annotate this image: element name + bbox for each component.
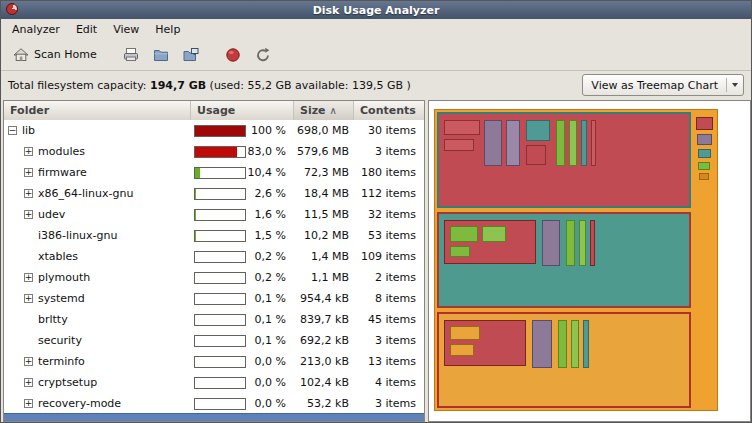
menu-help[interactable]: Help [147, 20, 188, 39]
table-row[interactable]: security0,1 %692,2 kB3 items [4, 330, 424, 351]
contents-value: 3 items [354, 145, 424, 158]
usage-bar [194, 251, 246, 263]
treemap-rect[interactable] [571, 320, 579, 368]
size-value: 18,4 MB [294, 187, 354, 200]
treemap-rect[interactable] [542, 220, 560, 266]
column-header-usage[interactable]: Usage [191, 101, 294, 120]
usage-percent: 0,1 % [246, 334, 294, 347]
treemap-rect[interactable] [699, 173, 709, 180]
column-header-contents[interactable]: Contents [354, 101, 424, 120]
size-value: 1,4 MB [294, 250, 354, 263]
menu-analyzer[interactable]: Analyzer [4, 20, 68, 39]
table-row[interactable]: +cryptsetup0,0 %102,4 kB4 items [4, 372, 424, 393]
treemap-rect[interactable] [526, 120, 550, 141]
table-row[interactable]: +modules83,0 %579,6 MB3 items [4, 141, 424, 162]
view-selector[interactable]: View as Treemap Chart [582, 74, 744, 96]
expander-spacer [24, 252, 38, 261]
usage-percent: 0,1 % [246, 292, 294, 305]
treemap-rect[interactable] [450, 326, 480, 340]
expand-expander-icon[interactable]: + [24, 378, 33, 387]
combo-separator [726, 78, 727, 92]
table-row[interactable]: +x86_64-linux-gnu2,6 %18,4 MB112 items [4, 183, 424, 204]
table-row[interactable]: i386-linux-gnu1,5 %10,2 MB53 items [4, 225, 424, 246]
folder-name: brltty [38, 313, 68, 326]
expand-expander-icon[interactable]: + [24, 189, 33, 198]
folder-name: cryptsetup [38, 376, 97, 389]
treemap-rect[interactable] [698, 162, 710, 170]
table-row[interactable]: brltty0,1 %839,7 kB45 items [4, 309, 424, 330]
expand-expander-icon[interactable]: + [24, 273, 33, 282]
view-selector-value: View as Treemap Chart [591, 79, 718, 92]
treemap-rect[interactable] [697, 134, 712, 145]
treemap-rect[interactable] [579, 220, 586, 266]
treemap-rect[interactable] [450, 344, 474, 356]
table-row[interactable]: +plymouth0,2 %1,1 MB2 items [4, 267, 424, 288]
table-row[interactable]: xtables0,2 %1,4 MB109 items [4, 246, 424, 267]
treemap-rect[interactable] [444, 120, 480, 135]
treemap-rect[interactable] [590, 220, 595, 266]
treemap-rect[interactable] [450, 246, 470, 257]
table-row[interactable]: +systemd0,1 %954,4 kB8 items [4, 288, 424, 309]
partially-visible-selected-row[interactable] [4, 413, 424, 421]
expand-expander-icon[interactable]: + [24, 147, 33, 156]
contents-value: 8 items [354, 292, 424, 305]
expand-expander-icon[interactable]: + [24, 357, 33, 366]
expand-expander-icon[interactable]: + [24, 210, 33, 219]
table-row[interactable]: +terminfo0,0 %213,0 kB13 items [4, 351, 424, 372]
usage-percent: 83,0 % [246, 145, 294, 158]
treemap-rect[interactable] [482, 226, 506, 242]
treemap-rect[interactable] [526, 145, 546, 165]
treemap-rect[interactable] [581, 120, 587, 166]
usage-bar [194, 314, 246, 326]
refresh-button[interactable] [248, 43, 278, 67]
expand-expander-icon[interactable]: + [24, 294, 33, 303]
table-row[interactable]: +recovery-mode0,0 %53,2 kB3 items [4, 393, 424, 413]
column-header-size[interactable]: Size ∧ [294, 101, 354, 120]
size-value: 692,2 kB [294, 334, 354, 347]
collapse-expander-icon[interactable]: − [8, 126, 17, 135]
usage-percent: 2,6 % [246, 187, 294, 200]
expand-expander-icon[interactable]: + [24, 399, 33, 408]
treemap-rect[interactable] [558, 320, 567, 368]
usage-percent: 0,0 % [246, 376, 294, 389]
folder-name: plymouth [38, 271, 90, 284]
treemap-rect[interactable] [444, 139, 474, 151]
treemap-rect[interactable] [532, 320, 552, 368]
column-header-folder[interactable]: Folder [4, 101, 191, 120]
usage-bar [194, 293, 246, 305]
contents-value: 3 items [354, 334, 424, 347]
expander-spacer [24, 315, 38, 324]
treemap-rect[interactable] [696, 117, 713, 130]
stop-button[interactable] [218, 43, 248, 67]
treemap-rect[interactable] [569, 120, 577, 166]
size-value: 579,6 MB [294, 145, 354, 158]
menu-edit[interactable]: Edit [68, 20, 105, 39]
table-row[interactable]: +udev1,6 %11,5 MB32 items [4, 204, 424, 225]
folder-name: firmware [38, 166, 87, 179]
treemap-rect[interactable] [583, 320, 589, 368]
remote-folder-icon [183, 47, 199, 63]
titlebar[interactable]: Disk Usage Analyzer [1, 1, 751, 19]
scan-home-label: Scan Home [34, 48, 97, 61]
scan-home-button[interactable]: Scan Home [6, 43, 104, 67]
menu-view[interactable]: View [105, 20, 147, 39]
usage-percent: 0,0 % [246, 355, 294, 368]
size-value: 1,1 MB [294, 271, 354, 284]
treemap-rect[interactable] [556, 120, 565, 166]
usage-percent: 0,1 % [246, 313, 294, 326]
treemap-rect[interactable] [591, 120, 596, 166]
treemap-rect[interactable] [484, 120, 502, 166]
treemap-rect[interactable] [698, 149, 711, 158]
table-row[interactable]: +firmware10,4 %72,3 MB180 items [4, 162, 424, 183]
scan-folder-button[interactable] [146, 43, 176, 67]
treemap-rect[interactable] [566, 220, 575, 266]
treemap-rect[interactable] [450, 226, 478, 242]
treemap-rect[interactable] [506, 120, 520, 166]
capacity-summary: Total filesystem capacity: 194,7 GB (use… [8, 79, 411, 92]
usage-percent: 100 % [246, 124, 294, 137]
scan-filesystem-button[interactable] [116, 43, 146, 67]
table-row[interactable]: −lib100 %698,0 MB30 items [4, 120, 424, 141]
scan-remote-folder-button[interactable] [176, 43, 206, 67]
expand-expander-icon[interactable]: + [24, 168, 33, 177]
size-value: 698,0 MB [294, 124, 354, 137]
